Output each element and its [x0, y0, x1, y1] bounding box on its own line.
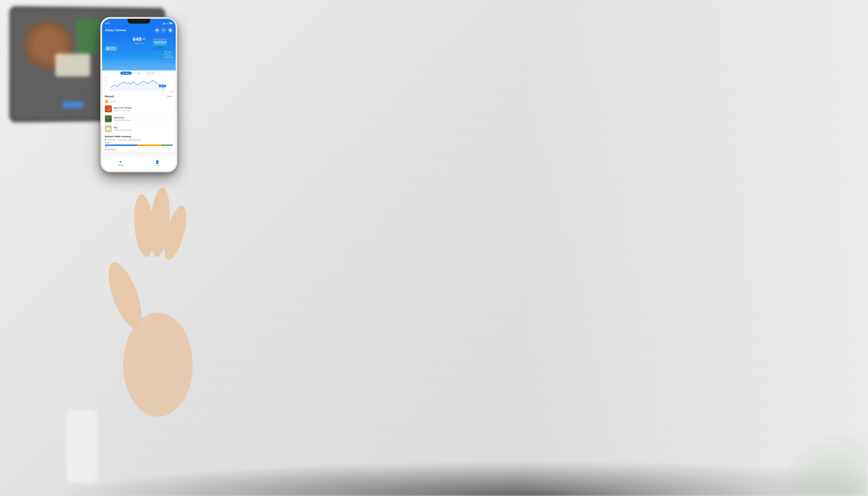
y-label-1500: 1500 [104, 80, 107, 81]
battery-icon [169, 22, 173, 24]
y-label-1000: 1000 [104, 83, 107, 84]
food-macros-fried-onion: 78 Cal Carb 14.1g [113, 119, 172, 121]
lunch-icon-letter: L [106, 100, 107, 103]
fried-onion-image [105, 115, 112, 122]
legend-carb: Carb 78.8g [162, 51, 173, 53]
nutrient-legend: Carb 78.8g Fat 25.4g Protein 27.3g [162, 51, 173, 58]
legend-dot-carb [105, 139, 106, 140]
fat-pct: 35% [138, 146, 161, 148]
legend-label-carb: Carb (78.8g) [107, 139, 115, 141]
svg-rect-22 [143, 81, 144, 91]
recommended-label: Recommended [105, 149, 173, 150]
fat-label: Fat 25.4g [164, 54, 171, 56]
actual-label: Actual [105, 142, 173, 144]
today-label: Today [170, 91, 173, 92]
nav-health[interactable]: ♥ Health [102, 160, 139, 166]
footsteps-icon [107, 47, 109, 49]
legend-item-fat: Fat (25.4g) [117, 139, 127, 141]
legend-item-protein: Protein (27.3g) [129, 139, 141, 141]
legend-dot-protein [129, 139, 130, 140]
svg-rect-10 [117, 87, 118, 91]
calorie-display: 648Cal Target 1,502 [132, 36, 145, 44]
food-name-fried-onion: Fried Onion [113, 117, 172, 119]
food-thumb-fried-onion [105, 115, 112, 122]
fat-segment [138, 144, 161, 146]
chart-y-labels: 2000 1500 1000 500 0 [104, 77, 107, 89]
svg-rect-31 [163, 87, 164, 91]
header-icons [155, 28, 173, 33]
period-tabs: 31 days 7 days 12 months [102, 71, 176, 76]
tab-31-days[interactable]: 31 days [120, 72, 132, 75]
tab-12-months[interactable]: 12 months [144, 72, 157, 75]
tab-7-days[interactable]: 7 days [132, 72, 143, 75]
wifi-icon: ▲ [166, 22, 168, 25]
food-item-fried-onion[interactable]: Fried Onion 78 Cal Carb 14.1g › [105, 114, 173, 124]
steps-count: 6,368 [111, 47, 115, 49]
carb-pct: 48% [105, 146, 138, 148]
food-macros-rice: 116 Cal Carb 25.8g [113, 129, 172, 131]
carb-dot [162, 52, 163, 53]
carb-dot-onion [120, 120, 121, 121]
legend-label-protein: Protein (27.3g) [131, 139, 141, 141]
svg-point-0 [163, 30, 163, 31]
meal-name: Lunch [109, 100, 116, 103]
svg-point-38 [108, 108, 110, 110]
actual-bar [105, 144, 173, 146]
phone-wrapper: 9:41 ▲ Alipay Canteen [101, 17, 177, 172]
food-chevron-1: › [172, 108, 173, 110]
svg-rect-7 [110, 88, 112, 91]
svg-rect-21 [141, 82, 142, 91]
more-icon [162, 29, 165, 32]
lunch-icon: L [105, 100, 108, 103]
carb-dot-rice [121, 130, 121, 130]
battery-fill [170, 23, 172, 24]
calorie-amount: 648 [132, 36, 141, 42]
app-title: Alipay Canteen [105, 29, 126, 32]
signal-bar-1 [162, 24, 163, 24]
food-chevron-2: › [172, 118, 173, 120]
legend-protein: Protein 27.3g [162, 56, 173, 58]
svg-rect-24 [147, 84, 149, 91]
settings-button[interactable] [168, 28, 173, 33]
more-label: More [167, 95, 172, 98]
chart-area: 2000 1500 1000 500 0 [102, 76, 176, 93]
spicy-pork-calories: 167 Cal [113, 109, 120, 111]
svg-rect-13 [123, 82, 125, 91]
protein-dot [162, 57, 163, 58]
y-label-2000: 2000 [104, 77, 107, 78]
svg-rect-25 [149, 82, 151, 91]
svg-point-2 [164, 30, 165, 31]
record-header: Record More › [102, 93, 176, 99]
food-thumb-spicy-pork [105, 105, 112, 112]
legend-item-carb: Carb (78.8g) [105, 139, 115, 141]
food-thumb-rice [105, 125, 112, 132]
star-icon [156, 29, 158, 32]
svg-rect-11 [119, 84, 120, 91]
nutrient-title: Nutrient intake summary [105, 135, 173, 138]
food-name-spicy-pork: Spicy Pork Sichuan [113, 107, 172, 109]
steps-badge: 6,368 200 Cal [105, 46, 117, 51]
food-chevron-3: › [172, 127, 173, 130]
chart-svg: 648 Cal [109, 77, 173, 91]
nutrient-summary: Nutrient intake summary Carb (78.8g) Fat… [102, 134, 176, 152]
profile-nav-label: Profile [155, 165, 160, 166]
fried-onion-calories: 78 Cal [113, 119, 119, 121]
food-item-rice[interactable]: Rice 116 Cal Carb 25.8g › [105, 124, 173, 134]
bottom-nav: ♥ Health 👤 Profile [102, 158, 176, 171]
rice-macro: Carb 25.8g [122, 129, 131, 131]
carb-label: Carb 78.8g [164, 51, 172, 53]
nav-profile[interactable]: 👤 Profile [139, 160, 176, 166]
steps-info: 6,368 200 Cal [111, 47, 115, 50]
food-info-fried-onion: Fried Onion 78 Cal Carb 14.1g [113, 117, 172, 121]
status-icons: ▲ [162, 22, 173, 25]
food-item-spicy-pork[interactable]: Spicy Pork Sichuan 167 Cal Fat 13.2g › [105, 104, 173, 114]
rice-image [105, 125, 112, 132]
profile-nav-icon: 👤 [155, 160, 160, 164]
svg-point-47 [109, 128, 110, 129]
more-button[interactable]: More › [167, 95, 173, 98]
food-macros-spicy-pork: 167 Cal Fat 13.2g [113, 109, 172, 111]
y-label-500: 500 [104, 85, 107, 87]
star-button[interactable] [155, 28, 160, 33]
more-button[interactable] [161, 28, 166, 33]
signal-bar-2 [163, 23, 163, 24]
